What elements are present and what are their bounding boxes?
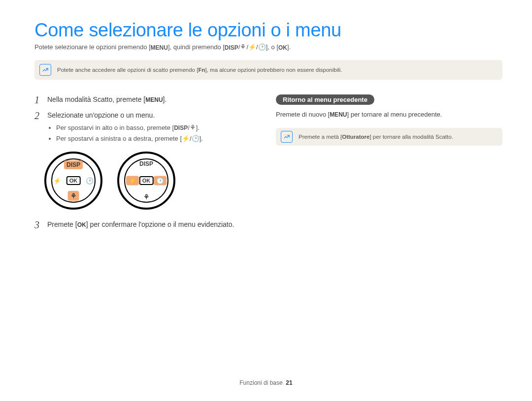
ok-key: OK [77, 220, 86, 229]
note-icon [281, 131, 293, 143]
intro-text: Potete selezionare le opzioni premendo [… [34, 43, 502, 51]
shutter-key: Otturatore [342, 134, 369, 140]
step-2: 2 Selezionate un'opzione o un menu. Per … [34, 110, 251, 145]
disp-button: DISP [64, 160, 83, 169]
menu-key: MENU [145, 95, 163, 104]
step-1: 1 Nella modalità Scatto, premete [MENU]. [34, 94, 251, 105]
menu-key: MENU [151, 44, 168, 51]
ok-button: OK [139, 176, 154, 185]
left-column: 1 Nella modalità Scatto, premete [MENU].… [34, 94, 251, 236]
macro-icon [190, 124, 196, 131]
fn-key: Fn [198, 67, 205, 73]
bullet-updown: Per spostarvi in alto o in basso, premet… [56, 123, 251, 133]
ok-key: OK [278, 44, 287, 51]
right-text: Premete di nuovo [MENU] per tornare al m… [276, 110, 502, 120]
ok-button: OK [66, 176, 81, 185]
note-box-fn: Potete anche accedere alle opzioni di sc… [34, 60, 502, 80]
page-footer: Funzioni di base 21 [0, 379, 532, 386]
timer-icon [258, 43, 266, 51]
bullet-leftright: Per spostarvi a sinistra o a destra, pre… [56, 134, 251, 144]
macro-button [68, 191, 79, 201]
right-column: Ritorno al menu precedente Premete di nu… [276, 94, 502, 236]
disp-key: DISP [174, 123, 188, 132]
flash-button [126, 176, 139, 185]
dial-illustrations: DISP OK DISP OK [44, 152, 251, 210]
timer-button [154, 176, 166, 185]
flash-icon [248, 43, 256, 51]
step-3: 3 Premete [OK] per confermare l'opzione … [34, 219, 251, 230]
timer-icon [192, 135, 200, 142]
flash-icon [182, 135, 190, 142]
note-icon [39, 64, 51, 76]
macro-icon [240, 43, 246, 51]
note-box-shutter: Premete a metà [Otturatore] per tornare … [276, 128, 502, 146]
dial-horizontal: DISP OK [117, 152, 175, 210]
disp-key: DISP [225, 44, 238, 51]
disp-button: DISP [139, 160, 153, 167]
menu-key: MENU [330, 110, 347, 119]
macro-button [143, 193, 150, 201]
dial-vertical: DISP OK [44, 152, 102, 210]
subheading-pill: Ritorno al menu precedente [276, 94, 374, 105]
timer-button [86, 177, 94, 185]
flash-button [53, 177, 61, 185]
page-title: Come selezionare le opzioni o i menu [34, 20, 502, 41]
